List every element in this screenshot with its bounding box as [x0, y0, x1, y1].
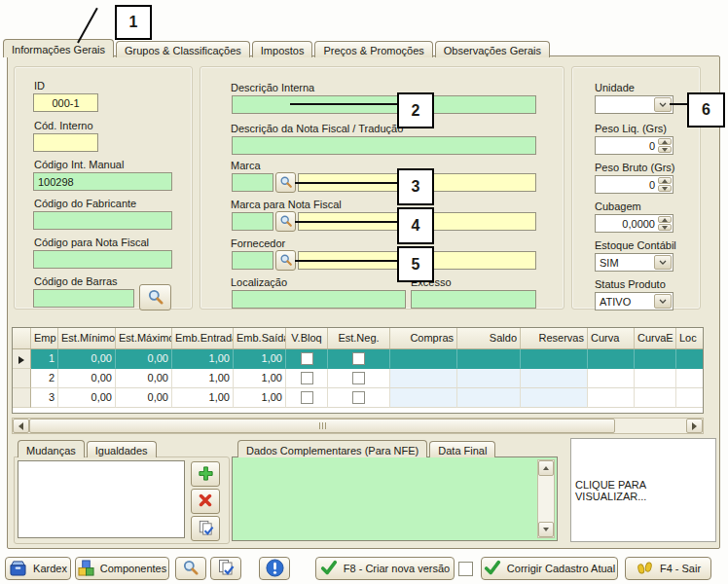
grid-cell[interactable]: [588, 369, 635, 388]
grid-column-header[interactable]: V.Bloq: [286, 328, 328, 348]
codigo-para-nf-field[interactable]: [33, 250, 172, 269]
barcode-search-button[interactable]: [139, 284, 171, 310]
codigo-int-manual-field[interactable]: 100298: [33, 172, 172, 191]
marca-nf-code-field[interactable]: [232, 212, 273, 231]
table-row[interactable]: 10,000,001,001,00: [13, 349, 703, 369]
grid-cell[interactable]: [676, 388, 704, 408]
peso-bruto-spinner[interactable]: 0: [595, 175, 673, 194]
grid-cell[interactable]: 2: [31, 369, 58, 388]
grid-cell[interactable]: [286, 388, 328, 408]
grid-cell[interactable]: 1,00: [172, 388, 234, 408]
chevron-down-icon[interactable]: [654, 255, 672, 270]
grid-cell[interactable]: 0,00: [116, 349, 172, 369]
tab-impostos[interactable]: Impostos: [252, 41, 313, 57]
grid-cell[interactable]: 1,00: [172, 369, 234, 388]
grid-cell[interactable]: [328, 349, 390, 369]
fornecedor-search-button[interactable]: [275, 250, 296, 271]
grid-cell[interactable]: [521, 388, 588, 408]
grid-cell[interactable]: [521, 349, 588, 369]
componentes-button[interactable]: Componentes: [75, 557, 169, 580]
kardex-button[interactable]: Kardex: [5, 557, 71, 580]
est-neg-checkbox[interactable]: [352, 372, 365, 384]
grid-cell[interactable]: [588, 349, 635, 369]
grid-cell[interactable]: [635, 349, 676, 369]
scroll-up-button[interactable]: [538, 460, 554, 476]
v-bloq-checkbox[interactable]: [301, 391, 313, 404]
scroll-down-button[interactable]: [538, 522, 554, 537]
grid-horizontal-scrollbar[interactable]: [12, 418, 704, 434]
grid-column-header[interactable]: Emb.Saída: [234, 328, 286, 348]
marca-search-button[interactable]: [275, 172, 296, 193]
tab-informacoes-gerais[interactable]: Informações Gerais: [3, 39, 114, 57]
grid-cell[interactable]: [676, 349, 704, 369]
tab-observacoes-gerais[interactable]: Observações Gerais: [435, 41, 550, 57]
grid-cell[interactable]: 0,00: [58, 388, 116, 408]
scrollbar-thumb[interactable]: [29, 419, 615, 433]
f8-criar-nova-versao-button[interactable]: F8 - Criar nova versão: [315, 557, 455, 580]
grid-cell[interactable]: [457, 369, 521, 388]
grid-cell[interactable]: [328, 388, 390, 408]
add-item-button[interactable]: [191, 461, 220, 487]
grid-column-header[interactable]: Reservas: [521, 328, 588, 348]
row-selector-cell[interactable]: [13, 369, 31, 388]
excesso-field[interactable]: [411, 290, 536, 309]
grid-cell[interactable]: 1,00: [172, 349, 234, 369]
row-selector-cell[interactable]: [13, 388, 31, 408]
grid-column-header[interactable]: Emp: [31, 328, 58, 348]
grid-cell[interactable]: [635, 369, 676, 388]
grid-cell[interactable]: 1: [31, 349, 58, 369]
verify-button[interactable]: [210, 557, 241, 580]
spinner-arrows-icon[interactable]: [658, 216, 672, 231]
image-preview-box[interactable]: CLIQUE PARA VISUALIZAR...: [570, 438, 716, 542]
grid-cell[interactable]: [676, 369, 704, 388]
grid-column-header[interactable]: Emb.Entrada: [172, 328, 234, 348]
tab-data-final[interactable]: Data Final: [429, 441, 495, 457]
grid-cell[interactable]: [588, 388, 635, 408]
grid-cell[interactable]: [457, 388, 521, 408]
verify-list-button[interactable]: [191, 516, 220, 541]
grid-column-header[interactable]: Loc: [676, 328, 704, 348]
mudancas-listbox[interactable]: [18, 460, 185, 538]
search-button[interactable]: [175, 557, 206, 580]
id-field[interactable]: 000-1: [33, 93, 98, 112]
table-row[interactable]: 30,000,001,001,00: [13, 388, 703, 408]
v-bloq-checkbox[interactable]: [301, 372, 313, 384]
grid-cell[interactable]: [521, 369, 588, 388]
estoque-contabil-combobox[interactable]: SIM: [595, 253, 673, 272]
grid-cell[interactable]: 0,00: [116, 369, 172, 388]
grid-cell[interactable]: [390, 388, 457, 408]
localizacao-field[interactable]: [232, 290, 406, 309]
grid-column-header[interactable]: Est.Máximo: [116, 328, 172, 348]
grid-cell[interactable]: [457, 349, 521, 369]
fornecedor-code-field[interactable]: [232, 251, 273, 270]
row-selector-cell[interactable]: [13, 349, 31, 369]
alert-button[interactable]: [259, 557, 290, 580]
marca-nf-search-button[interactable]: [275, 211, 296, 232]
grid-cell[interactable]: 1,00: [234, 388, 286, 408]
grid-cell[interactable]: 3: [31, 388, 58, 408]
grid-cell[interactable]: 0,00: [116, 388, 172, 408]
textarea-vertical-scrollbar[interactable]: [537, 459, 555, 538]
table-row[interactable]: 20,000,001,001,00: [13, 369, 703, 388]
tab-precos-promocoes[interactable]: Preços & Promoções: [314, 41, 432, 57]
descricao-nf-field[interactable]: [232, 136, 536, 155]
grid-column-header[interactable]: Curva: [588, 328, 635, 348]
grid-column-header[interactable]: Saldo: [457, 328, 521, 348]
tab-grupos-classificacoes[interactable]: Grupos & Classificações: [116, 41, 250, 57]
grid-cell[interactable]: [328, 369, 390, 388]
grid-column-header[interactable]: Est.Mínimo: [58, 328, 116, 348]
grid-cell[interactable]: [390, 349, 457, 369]
dados-complementares-textarea[interactable]: [232, 456, 558, 541]
v-bloq-checkbox[interactable]: [301, 352, 313, 365]
grid-column-header[interactable]: CurvaE: [635, 328, 676, 348]
grid-cell[interactable]: [286, 349, 328, 369]
marca-code-field[interactable]: [232, 173, 273, 192]
tab-igualdades[interactable]: Igualdades: [87, 441, 157, 457]
corrigir-cadastro-button[interactable]: Corrigir Cadastro Atual: [481, 557, 618, 580]
peso-liq-spinner[interactable]: 0: [595, 136, 673, 155]
toolbar-checkbox[interactable]: [458, 562, 473, 576]
codigo-fabricante-field[interactable]: [33, 211, 172, 230]
grid-cell[interactable]: 1,00: [234, 369, 286, 388]
grid-column-header[interactable]: Compras: [390, 328, 457, 348]
grid-column-header[interactable]: Est.Neg.: [328, 328, 390, 348]
